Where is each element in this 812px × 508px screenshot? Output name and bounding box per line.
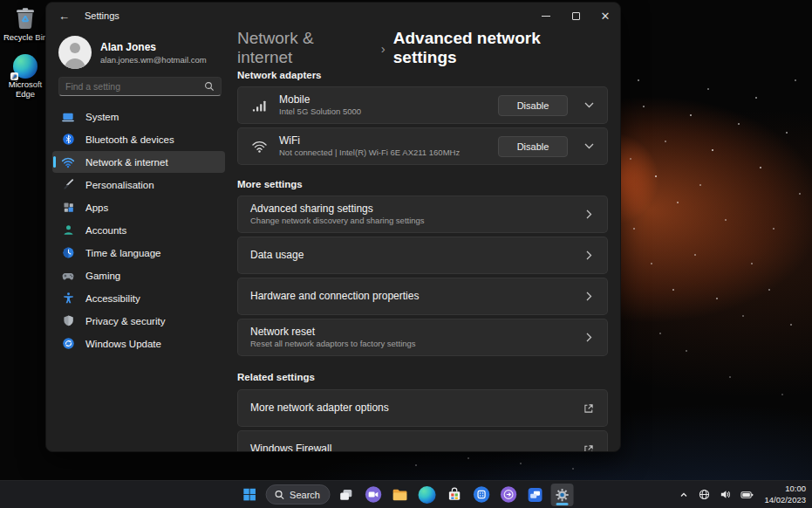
setting-row-windows-firewall[interactable]: Windows Firewall: [237, 430, 608, 452]
taskbar-app-chat[interactable]: [362, 484, 385, 506]
adapter-row-mobile[interactable]: Mobile Intel 5G Solution 5000 Disable: [237, 86, 608, 124]
sidebar-item-personalisation[interactable]: Personalisation: [52, 174, 225, 196]
sidebar-item-label: Accounts: [85, 225, 126, 236]
profile[interactable]: Alan Jones alan.jones.wm@hotmail.com: [58, 36, 222, 69]
taskbar-app-store[interactable]: [443, 484, 466, 506]
adapter-row-wifi[interactable]: WiFi Not connected | Intel(R) Wi-Fi 6E A…: [237, 127, 608, 165]
window-title: Settings: [85, 10, 119, 21]
sidebar-item-label: Bluetooth & devices: [85, 134, 174, 145]
circle-arrow-icon: [499, 485, 517, 504]
sidebar-item-accounts[interactable]: Accounts: [52, 219, 225, 241]
setting-title: More network adapter options: [250, 402, 583, 415]
taskbar: Search: [0, 480, 812, 508]
windows-logo-icon: [242, 487, 257, 502]
profile-email: alan.jones.wm@hotmail.com: [100, 55, 207, 65]
disable-button-wifi[interactable]: Disable: [498, 136, 568, 157]
desktop-icon-label: Microsoft Edge: [0, 80, 51, 100]
back-button[interactable]: ←: [58, 10, 76, 23]
cellular-signal-icon: [250, 98, 268, 113]
system-tray: 10:00 14/02/2023: [677, 481, 806, 508]
sidebar-item-time-language[interactable]: Time & language: [52, 242, 225, 264]
edge-icon: ↗: [0, 54, 51, 79]
close-icon: ✕: [601, 10, 611, 22]
minimize-button[interactable]: [531, 3, 561, 29]
recycle-bin-icon: [0, 5, 51, 31]
desktop: Recycle Bin ↗ Microsoft Edge ← Settings …: [0, 0, 812, 508]
globe-network-icon: [699, 489, 710, 500]
clock-time: 10:00: [764, 484, 806, 495]
sidebar-item-bluetooth-devices[interactable]: Bluetooth & devices: [52, 128, 225, 150]
setting-row-hardware-properties[interactable]: Hardware and connection properties: [237, 278, 608, 315]
setting-row-advanced-sharing[interactable]: Advanced sharing settings Change network…: [237, 196, 608, 233]
battery-tray-button[interactable]: [739, 488, 755, 502]
setting-row-data-usage[interactable]: Data usage: [237, 237, 608, 274]
system-icon: [61, 110, 75, 124]
sidebar-item-label: Privacy & security: [85, 316, 165, 326]
sidebar-item-privacy-security[interactable]: Privacy & security: [52, 310, 225, 332]
accounts-icon: [61, 223, 75, 237]
start-button[interactable]: [238, 484, 261, 506]
window-controls: ✕: [531, 3, 620, 29]
task-view-button[interactable]: [335, 484, 358, 506]
chevron-up-icon: [679, 490, 689, 500]
sidebar-item-accessibility[interactable]: Accessibility: [52, 287, 225, 309]
chevron-down-icon[interactable]: [583, 102, 595, 108]
hidden-icons-button[interactable]: [677, 488, 691, 502]
chevron-right-icon: [583, 209, 595, 219]
task-view-icon: [338, 487, 354, 503]
maximize-button[interactable]: [561, 3, 590, 29]
setting-title: Windows Firewall: [250, 443, 583, 452]
close-button[interactable]: ✕: [590, 3, 620, 29]
taskbar-app-arrow[interactable]: [497, 484, 520, 506]
settings-content: Network & internet › Advanced network se…: [230, 29, 620, 452]
sidebar-item-gaming[interactable]: Gaming: [52, 264, 225, 286]
section-more-settings: More settings: [237, 179, 608, 189]
setting-row-more-adapter-options[interactable]: More network adapter options: [237, 389, 608, 427]
windows-update-icon: [61, 337, 75, 351]
network-tray-button[interactable]: [697, 487, 712, 502]
taskbar-app-settings[interactable]: [551, 484, 574, 506]
sidebar-item-label: System: [85, 112, 119, 122]
chevron-down-icon[interactable]: [583, 143, 595, 149]
desktop-icon-label: Recycle Bin: [0, 33, 51, 43]
chevron-right-icon: [583, 292, 595, 301]
settings-search-input[interactable]: [65, 81, 204, 92]
sidebar-item-system[interactable]: System: [52, 106, 225, 127]
breadcrumb-parent[interactable]: Network & internet: [237, 29, 373, 67]
search-icon: [204, 81, 215, 92]
clock[interactable]: 10:00 14/02/2023: [764, 484, 806, 506]
setting-subtitle: Reset all network adaptors to factory se…: [250, 339, 583, 349]
speaker-icon: [720, 489, 731, 500]
apps-icon: [61, 201, 75, 215]
sidebar-item-label: Time & language: [85, 248, 161, 258]
sidebar-item-label: Gaming: [85, 271, 120, 281]
settings-search-box[interactable]: [58, 77, 222, 96]
file-explorer-icon: [392, 486, 409, 504]
network-icon: [61, 155, 75, 169]
desktop-icon-recycle-bin[interactable]: Recycle Bin: [0, 5, 51, 43]
setting-row-network-reset[interactable]: Network reset Reset all network adaptors…: [237, 319, 608, 356]
volume-tray-button[interactable]: [718, 487, 733, 502]
breadcrumb: Network & internet › Advanced network se…: [237, 36, 608, 60]
adapter-name: WiFi: [279, 134, 498, 148]
sidebar-item-windows-update[interactable]: Windows Update: [52, 333, 225, 354]
remote-screens-icon: [527, 486, 544, 504]
taskbar-app-screens[interactable]: [524, 484, 547, 506]
minimize-icon: [542, 16, 550, 17]
taskbar-app-edge[interactable]: [416, 484, 439, 506]
desktop-icon-edge[interactable]: ↗ Microsoft Edge: [0, 54, 51, 100]
taskbar-app-file-explorer[interactable]: [389, 484, 412, 506]
disable-button-mobile[interactable]: Disable: [498, 95, 568, 116]
shortcut-arrow-icon: ↗: [10, 72, 18, 80]
battery-icon: [740, 490, 754, 500]
adapter-description: Intel 5G Solution 5000: [279, 106, 498, 117]
external-link-icon: [583, 403, 595, 414]
taskbar-app-grid[interactable]: [470, 484, 493, 506]
sidebar-item-network-internet[interactable]: Network & internet: [52, 151, 225, 173]
sidebar-item-apps[interactable]: Apps: [52, 196, 225, 218]
settings-window: ← Settings ✕ Alan Jones alan.jones.wm@ho…: [45, 2, 621, 452]
taskbar-search[interactable]: Search: [265, 484, 331, 505]
adapter-description: Not connected | Intel(R) Wi-Fi 6E AX211 …: [279, 148, 498, 158]
sidebar-item-label: Network & internet: [85, 157, 168, 168]
profile-name: Alan Jones: [100, 40, 207, 54]
